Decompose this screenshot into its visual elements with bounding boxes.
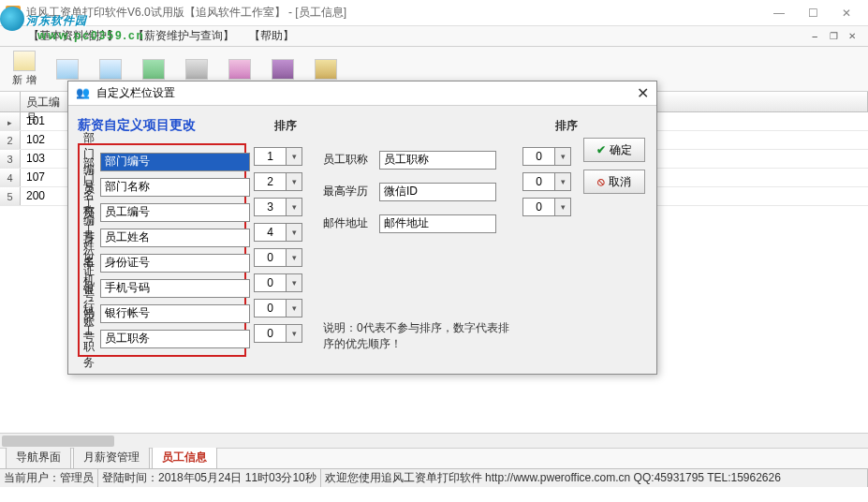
- chevron-down-icon: ▾: [555, 177, 570, 186]
- dialog-icon: [76, 86, 91, 101]
- row-number: 2: [0, 131, 21, 149]
- field-input[interactable]: [100, 229, 250, 247]
- sort-select[interactable]: 0▾: [522, 198, 571, 216]
- right-fields-group: 员工职称最高学历邮件地址 说明：0代表不参与排序，数字代表排序的优先顺序！: [323, 143, 515, 357]
- field-input[interactable]: [100, 203, 250, 222]
- sort-select[interactable]: 0▾: [522, 147, 571, 166]
- maximize-button[interactable]: ☐: [797, 4, 829, 22]
- chevron-down-icon: ▾: [287, 228, 302, 237]
- left-sort-column: 1▾2▾3▾4▾0▾0▾0▾0▾: [254, 143, 304, 357]
- field-input[interactable]: [100, 153, 250, 171]
- field-input[interactable]: [100, 254, 250, 273]
- sort-header-right: 排序: [555, 118, 630, 134]
- tab-employee-info[interactable]: 员工信息: [152, 446, 217, 468]
- status-welcome: 欢迎您使用追风工资单打印软件 http://www.pweroffice.com…: [325, 470, 781, 486]
- field-input[interactable]: [100, 178, 250, 197]
- field-label: 最高学历: [323, 184, 374, 199]
- field-label: 员工职称: [323, 152, 374, 168]
- field-input[interactable]: [379, 214, 496, 233]
- sort-select[interactable]: 0▾: [254, 324, 302, 343]
- tab-nav[interactable]: 导航界面: [6, 446, 71, 468]
- row-number: ▸: [0, 112, 21, 130]
- dialog-title: 自定义栏位设置: [96, 85, 175, 101]
- save-icon: [272, 59, 294, 80]
- chevron-down-icon: ▾: [555, 202, 570, 212]
- file-new-icon: [13, 51, 36, 71]
- window-titlebar: 追风工资单打印软件V6.0试用版【追风软件工作室】 - [员工信息] — ☐ ✕: [0, 0, 868, 26]
- sort-select[interactable]: 4▾: [254, 223, 302, 242]
- row-number: 5: [0, 187, 21, 205]
- row-number: 3: [0, 150, 21, 168]
- status-user-value: 管理员: [60, 470, 94, 486]
- status-login-label: 登陆时间：: [102, 470, 158, 486]
- mdi-restore[interactable]: ❐: [825, 30, 842, 43]
- chevron-down-icon: ▾: [287, 152, 302, 161]
- check-icon: ✔: [596, 143, 606, 156]
- cancel-icon: ⦸: [597, 175, 605, 188]
- field-input[interactable]: [100, 279, 250, 298]
- custom-columns-dialog: 自定义栏位设置 ✕ 薪资自定义项目更改 排序 排序 部门编号部门名称员工编号员工…: [67, 81, 657, 375]
- new-button[interactable]: 新 增: [6, 49, 43, 90]
- minimize-button[interactable]: —: [763, 4, 795, 22]
- field-input[interactable]: [100, 304, 250, 323]
- page-icon: [99, 59, 122, 80]
- sort-header-left: 排序: [274, 118, 349, 134]
- print-icon: [185, 59, 208, 80]
- menu-basic-data[interactable]: 【基本资料维护】: [28, 28, 118, 44]
- row-number: 4: [0, 169, 21, 186]
- tabstrip: 导航界面 月薪资管理 员工信息: [0, 448, 868, 468]
- field-input[interactable]: [100, 330, 250, 348]
- ok-button[interactable]: ✔ 确定: [583, 138, 645, 162]
- mdi-minimize[interactable]: ‒: [806, 30, 823, 43]
- field-label: 员工职务: [83, 307, 95, 371]
- delete-icon: [228, 59, 251, 80]
- field-input[interactable]: [379, 151, 496, 170]
- mdi-close[interactable]: ✕: [844, 30, 861, 43]
- cancel-button[interactable]: ⦸ 取消: [583, 170, 645, 194]
- chevron-down-icon: ▾: [287, 177, 302, 186]
- chevron-down-icon: ▾: [287, 303, 302, 313]
- chevron-down-icon: ▾: [555, 152, 570, 161]
- sort-select[interactable]: 0▾: [254, 248, 302, 267]
- close-button[interactable]: ✕: [831, 4, 862, 22]
- tab-salary[interactable]: 月薪资管理: [73, 446, 150, 468]
- field-label: 邮件地址: [323, 215, 374, 231]
- statusbar: 当前用户：管理员 登陆时间：2018年05月24日 11时03分10秒 欢迎您使…: [0, 468, 868, 487]
- sort-select[interactable]: 0▾: [254, 273, 302, 292]
- grid-icon: [142, 59, 165, 80]
- chevron-down-icon: ▾: [287, 329, 302, 338]
- chevron-down-icon: ▾: [287, 202, 302, 212]
- menubar: 【基本资料维护】 【薪资维护与查询】 【帮助】 ‒ ❐ ✕: [0, 26, 868, 47]
- row-selector-header: [0, 92, 21, 111]
- sort-select[interactable]: 2▾: [254, 172, 302, 191]
- chevron-down-icon: ▾: [287, 278, 302, 288]
- field-input[interactable]: [379, 183, 496, 201]
- find-icon: [315, 59, 337, 80]
- right-sort-column: 0▾0▾0▾: [522, 143, 573, 357]
- dialog-note: 说明：0代表不参与排序，数字代表排序的优先顺序！: [323, 320, 515, 352]
- sort-select[interactable]: 3▾: [254, 198, 302, 216]
- dialog-heading: 薪资自定义项目更改: [78, 117, 246, 134]
- sort-select[interactable]: 0▾: [254, 299, 302, 317]
- status-user-label: 当前用户：: [4, 470, 60, 486]
- edit-icon: [56, 59, 79, 80]
- horizontal-scrollbar[interactable]: [0, 433, 868, 448]
- dialog-close-button[interactable]: ✕: [637, 84, 649, 102]
- window-title: 追风工资单打印软件V6.0试用版【追风软件工作室】 - [员工信息]: [26, 5, 346, 21]
- sort-select[interactable]: 0▾: [522, 172, 571, 191]
- left-fields-group: 部门编号部门名称员工编号员工姓名身份证号手机号码银行账号员工职务: [78, 143, 246, 357]
- app-icon: [6, 6, 21, 21]
- status-login-value: 2018年05月24日 11时03分10秒: [158, 470, 316, 486]
- menu-help[interactable]: 【帮助】: [249, 28, 294, 44]
- sort-select[interactable]: 1▾: [254, 147, 302, 166]
- chevron-down-icon: ▾: [287, 253, 302, 262]
- menu-salary[interactable]: 【薪资维护与查询】: [133, 28, 234, 44]
